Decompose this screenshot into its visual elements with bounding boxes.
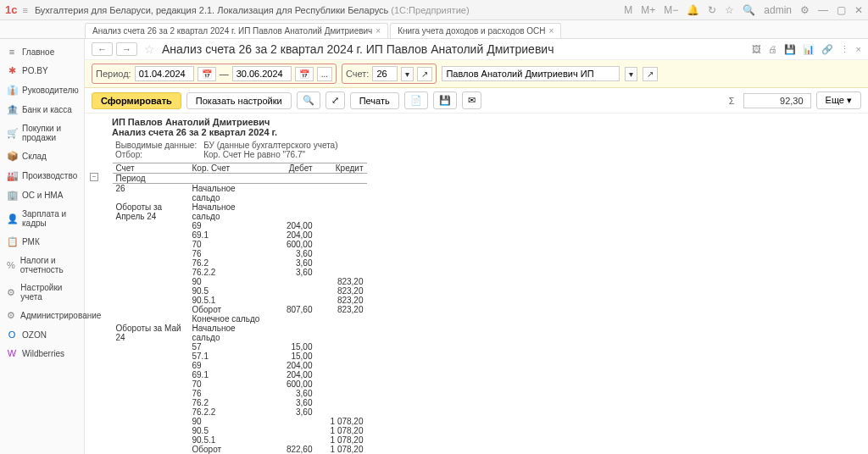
sidebar-item[interactable]: %Налоги и отчетность [0,252,84,279]
menu-icon[interactable]: ≡ [22,5,27,15]
sidebar-item[interactable]: ✱PO.BY [0,61,84,80]
table-row[interactable]: 69.1204,00 [113,230,367,240]
table-row[interactable]: 90823,20 [113,277,367,286]
table-row[interactable]: 76.2.23,60 [113,268,367,277]
history-icon[interactable]: ↻ [708,4,716,16]
table-row[interactable]: 5715,00 [113,342,367,352]
table-row[interactable]: Оборот822,601 078,20 [113,445,367,454]
sidebar-item[interactable]: 📦Склад [0,147,84,166]
table-row[interactable]: 763,60 [113,389,367,398]
table-row[interactable]: Конечное сальдо [113,314,367,324]
params-bar: Период: 📅 — 📅 ... Счет: ▾ ↗ ▾ ↗ [85,60,868,88]
table-row[interactable]: 90.51 078,20 [113,426,367,435]
save-icon[interactable]: 💾 [784,44,796,55]
search-icon[interactable]: 🔍 [743,4,755,16]
favorite-icon[interactable]: ☆ [144,42,155,56]
m-plus-icon[interactable]: M+ [641,4,655,16]
table-row[interactable]: 70600,00 [113,379,367,389]
table-row[interactable]: 90.5.1823,20 [113,296,367,305]
sidebar-item[interactable]: 👤Зарплата и кадры [0,205,84,232]
page-header: ← → ☆ Анализ счета 26 за 2 квартал 2024 … [85,39,868,60]
close-tab-icon[interactable]: × [549,26,554,36]
sidebar-item[interactable]: ⚙Настройки учета [0,279,84,306]
collapse-icon[interactable]: − [90,173,98,181]
print-button[interactable]: Печать [350,92,399,109]
more-icon[interactable]: ⋮ [840,44,849,55]
report-org: ИП Павлов Анатолий Дмитриевич [112,117,861,127]
dropdown-icon[interactable]: ▾ [401,67,414,81]
sum-value: 92,30 [743,93,811,108]
generate-button[interactable]: Сформировать [92,92,181,109]
dropdown-icon[interactable]: ▾ [625,67,637,81]
app-logo: 1c [5,3,17,16]
table-row[interactable]: 76.2.23,60 [113,407,367,417]
table-row[interactable]: 69.1204,00 [113,370,367,379]
table-row[interactable]: 57.115,00 [113,352,367,361]
settings-icon[interactable]: ⚙ [800,4,810,16]
more-button[interactable]: Еще ▾ [816,91,861,109]
calendar-icon[interactable]: 📅 [295,67,314,81]
forward-button[interactable]: → [116,42,137,56]
table-row[interactable]: 76.23,60 [113,258,367,268]
mail-button[interactable]: ✉ [462,91,481,109]
export-button[interactable]: 📄 [404,91,428,109]
tab-1[interactable]: Книга учета доходов и расходов ОСН× [390,23,561,38]
maximize-icon[interactable]: ▢ [837,4,846,16]
account-label: Счет: [346,69,369,79]
table-row[interactable]: 76.23,60 [113,398,367,407]
sigma-icon: Σ [729,96,735,106]
org-input[interactable] [442,66,620,81]
table-row[interactable]: Оборот807,60823,20 [113,305,367,314]
date-to-input[interactable] [232,66,292,81]
table-row[interactable]: 69204,00 [113,361,367,370]
document-tabs: Анализ счета 26 за 2 квартал 2024 г. ИП … [0,20,868,39]
table-row[interactable]: Обороты за Май 24Начальное сальдо [113,324,367,342]
table-row[interactable]: 70600,00 [113,240,367,249]
bell-icon[interactable]: 🔔 [687,4,699,16]
table-row[interactable]: 90.5823,20 [113,286,367,296]
tab-0[interactable]: Анализ счета 26 за 2 квартал 2024 г. ИП … [85,23,388,38]
close-tab-icon[interactable]: × [376,26,381,36]
table-row[interactable]: 26Начальное сальдо [113,184,367,203]
table-row[interactable]: 901 078,20 [113,417,367,426]
sidebar-item[interactable]: WWildberries [0,344,84,363]
report-title: Анализ счета 26 за 2 квартал 2024 г. [112,127,861,137]
period-picker-button[interactable]: ... [317,67,332,81]
m-minus-icon[interactable]: M− [664,4,678,16]
sidebar-item[interactable]: OOZON [0,325,84,344]
close-icon[interactable]: ✕ [854,4,863,16]
sidebar-item[interactable]: 🏢ОС и НМА [0,185,84,205]
find-button[interactable]: 🔍 [297,91,320,109]
titlebar: 1c ≡ Бухгалтерия для Беларуси, редакция … [0,0,868,20]
print-icon[interactable]: 🖨 [768,44,777,55]
sidebar-item[interactable]: 📋РМК [0,232,84,252]
table-row[interactable]: Обороты за Апрель 24Начальное сальдо [113,202,367,221]
chart-icon[interactable]: 📊 [803,44,815,55]
table-row[interactable]: 69204,00 [113,221,367,230]
user-label[interactable]: admin [764,4,792,16]
star-icon[interactable]: ☆ [725,4,734,16]
tree-collapse-marks: − [90,173,98,181]
date-from-input[interactable] [135,66,194,81]
img-icon[interactable]: 🖼 [752,44,761,55]
open-icon[interactable]: ↗ [643,67,658,81]
save-disk-button[interactable]: 💾 [433,91,457,109]
sidebar-item[interactable]: 👔Руководителю [0,80,84,100]
sidebar-item[interactable]: ⚙Администрирование [0,306,84,325]
sidebar-item[interactable]: 🏭Производство [0,166,84,185]
sidebar-item[interactable]: 🏦Банк и касса [0,100,84,119]
m-icon[interactable]: M [624,4,632,16]
minimize-icon[interactable]: — [818,4,828,16]
show-settings-button[interactable]: Показать настройки [186,92,292,109]
open-icon[interactable]: ↗ [417,67,432,81]
link-icon[interactable]: 🔗 [821,44,833,55]
table-row[interactable]: 763,60 [113,249,367,258]
sidebar-item[interactable]: 🛒Покупки и продажи [0,119,84,147]
sidebar-item[interactable]: ≡Главное [0,42,84,61]
expand-button[interactable]: ⤢ [326,91,345,109]
close-page-icon[interactable]: × [856,44,861,55]
back-button[interactable]: ← [92,42,113,56]
calendar-icon[interactable]: 📅 [198,67,216,81]
table-row[interactable]: 90.5.11 078,20 [113,435,367,445]
account-input[interactable] [372,66,398,81]
